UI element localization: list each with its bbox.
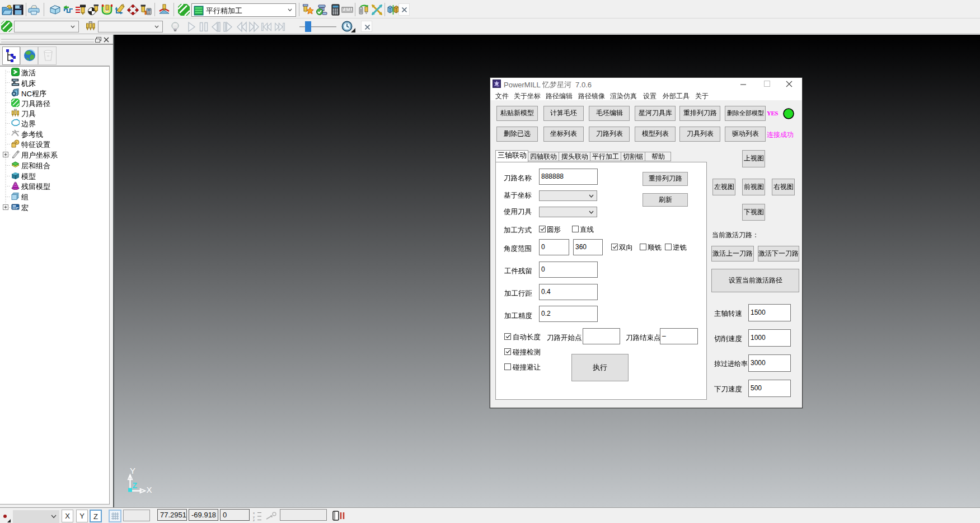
svg-text:y: y — [253, 515, 255, 519]
svg-text:Z: Z — [133, 481, 138, 490]
svg-text:Y: Y — [130, 466, 135, 475]
svg-text:X: X — [147, 485, 152, 494]
svg-text:z: z — [253, 519, 255, 522]
svg-text:x: x — [253, 511, 255, 515]
